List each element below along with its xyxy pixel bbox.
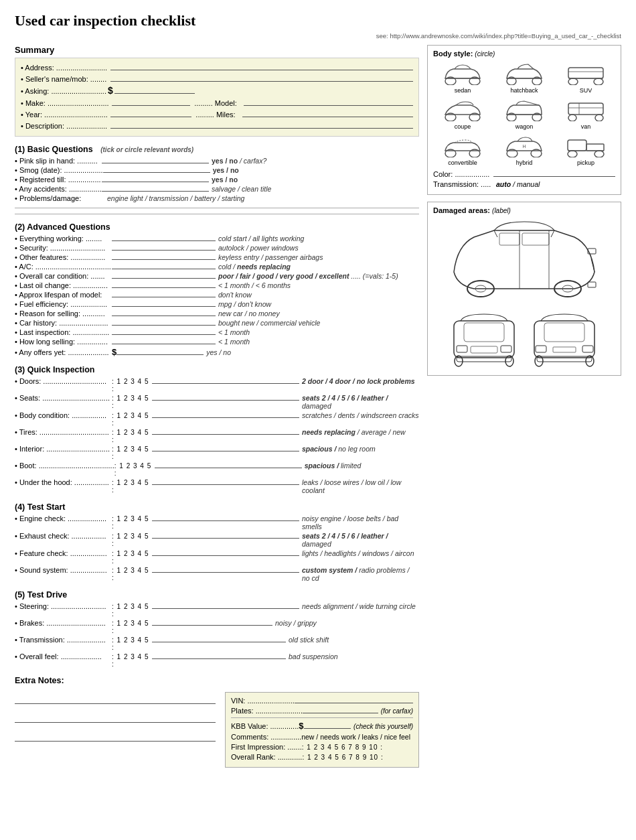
aq-everything-working: • Everything working: ........ cold star…	[15, 234, 419, 242]
body-style-title: Body style: (circle)	[433, 50, 615, 58]
svg-rect-18	[568, 103, 603, 115]
aq-ac: • A/C: .................................…	[15, 263, 419, 271]
svg-rect-45	[464, 323, 504, 342]
summary-year-line[interactable]	[110, 109, 191, 117]
summary-desc-line[interactable]	[110, 121, 413, 129]
aq-last-inspection: • Last inspection: .................. < …	[15, 328, 419, 336]
svg-point-7	[594, 78, 603, 85]
car-coupe: coupe	[433, 96, 492, 130]
svg-rect-34	[522, 233, 549, 245]
td-transmission: • Transmission: ................... : 1 …	[15, 636, 419, 651]
svg-rect-46	[457, 356, 511, 362]
summary-seller-line[interactable]	[110, 74, 413, 82]
summary-make-line[interactable]	[112, 98, 191, 106]
summary-model-line[interactable]	[244, 98, 413, 106]
summary-address-line[interactable]	[110, 62, 413, 70]
extra-notes-header: Extra Notes:	[15, 676, 419, 685]
aq-selling-reason: • Reason for selling: ........... new ca…	[15, 309, 419, 318]
right-column: Body style: (circle) sedan	[427, 45, 621, 768]
kbb-row: KBB Value: .............. $ (check this …	[231, 721, 413, 731]
summary-seller-row: • Seller's name/mob: ........	[21, 74, 413, 83]
ts-feature-check: • Feature check: .................. : 1 …	[15, 549, 419, 565]
vin-row: VIN: .......................	[231, 697, 413, 705]
svg-text:H: H	[522, 144, 526, 149]
summary-miles-line[interactable]	[242, 109, 413, 117]
aq-offers: • Any offers yet: .................... $…	[15, 347, 419, 357]
svg-rect-57	[553, 347, 576, 352]
svg-rect-54	[537, 356, 592, 362]
td-steering: • Steering: ........................... …	[15, 602, 419, 618]
svg-line-32	[551, 230, 554, 237]
svg-point-26	[568, 151, 577, 157]
svg-line-31	[494, 230, 497, 237]
summary-miles-text: ......... Miles:	[195, 111, 235, 119]
extra-line-3[interactable]	[15, 729, 216, 742]
summary-make-row: • Make: .............................. .…	[21, 98, 413, 107]
qi-tires: • Tires: ...............................…	[15, 428, 419, 443]
summary-section: • Address: ......................... • S…	[15, 58, 419, 137]
aq-how-long-selling: • How long selling: ............... < 1 …	[15, 338, 419, 346]
svg-rect-55	[536, 346, 546, 352]
bq-accidents: • Any accidents: ................ salvag…	[15, 185, 419, 193]
qi-boot: • Boot: ................................…	[15, 462, 419, 477]
svg-point-17	[595, 115, 603, 121]
summary-desc-label: • Description: ....................	[21, 122, 108, 130]
page-title: Used car inspection checklist	[15, 12, 621, 29]
qi-body-condition: • Body condition: ................. : 1 …	[15, 411, 419, 427]
ts-exhaust-check: • Exhaust check: ................. : 1 2…	[15, 532, 419, 548]
basic-questions-header: (1) Basic Questions (tick or circle rele…	[15, 145, 419, 154]
car-hatchback: hatchback	[495, 60, 554, 94]
car-front-view	[447, 311, 521, 371]
car-grid: sedan hatchback	[433, 60, 615, 166]
summary-model-text: ......... Model:	[194, 99, 237, 107]
test-start-section: • Engine check: ................... : 1 …	[15, 514, 419, 582]
svg-rect-29	[586, 144, 604, 151]
bq-smog: • Smog (date): ................... yes /…	[15, 166, 419, 174]
damaged-areas-box: Damaged areas: (label)	[427, 202, 621, 376]
svg-point-27	[594, 151, 604, 157]
test-drive-section: • Steering: ........................... …	[15, 602, 419, 668]
svg-rect-49	[471, 346, 497, 353]
extra-line-1[interactable]	[15, 692, 216, 704]
ts-sound-system: • Sound system: .................. : 1 2…	[15, 566, 419, 582]
qi-doors: • Doors: ...............................…	[15, 377, 419, 393]
extra-notes-col	[15, 692, 216, 748]
bottom-section: VIN: ....................... Plates: ...…	[15, 692, 419, 768]
summary-asking-row: • Asking: ........................... $	[21, 85, 413, 96]
body-style-box: Body style: (circle) sedan	[427, 45, 621, 195]
first-impression-row: First Impression: ....... : 1 2 3 4 5 6 …	[231, 743, 413, 751]
car-convertible: convertible	[433, 133, 492, 166]
damaged-title: Damaged areas: (label)	[433, 206, 615, 214]
svg-point-6	[568, 78, 578, 85]
summary-asking-line[interactable]	[114, 93, 195, 94]
car-sedan: sedan	[433, 60, 492, 94]
svg-rect-33	[499, 233, 520, 245]
summary-make-label: • Make: ..............................	[21, 99, 109, 107]
color-row: Color: .................	[433, 170, 615, 178]
car-hybrid: H hybrid	[495, 133, 554, 166]
quick-inspection-section: • Doors: ...............................…	[15, 377, 419, 494]
svg-line-41	[591, 259, 594, 272]
aq-car-history: • Car history: ........................ …	[15, 319, 419, 327]
extra-line-2[interactable]	[15, 711, 216, 723]
svg-rect-8	[568, 68, 603, 78]
ts-engine-check: • Engine check: ................... : 1 …	[15, 514, 419, 531]
car-diagrams-bottom	[447, 311, 601, 371]
qi-under-hood: • Under the hood: ................. : 1 …	[15, 478, 419, 494]
test-start-header: (4) Test Start	[15, 502, 419, 512]
td-brakes: • Brakes: ............................. …	[15, 619, 419, 634]
svg-rect-47	[457, 346, 467, 352]
qi-interior: • Interior: ............................…	[15, 445, 419, 460]
comments-row: Comments: ............... new / needs wo…	[231, 733, 413, 741]
overall-rank-row: Overall Rank: ............ : 1 2 3 4 5 6…	[231, 753, 413, 761]
see-link: see: http://www.andrewnoske.com/wiki/ind…	[15, 32, 621, 40]
car-diagram-area	[433, 218, 615, 371]
car-diagram-top	[441, 218, 608, 305]
summary-year-row: • Year: ............................... …	[21, 109, 413, 119]
plates-row: Plates: ....................... (for car…	[231, 707, 413, 715]
aq-oil-change: • Last oil change: ................. < 1…	[15, 281, 419, 289]
summary-seller-label: • Seller's name/mob: ........	[21, 75, 108, 83]
svg-rect-43	[588, 282, 596, 287]
svg-rect-56	[582, 346, 593, 352]
summary-desc-row: • Description: ....................	[21, 121, 413, 130]
